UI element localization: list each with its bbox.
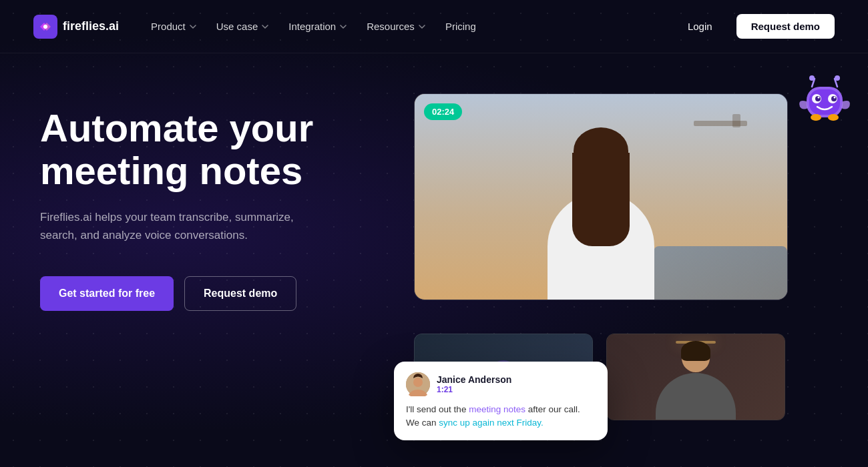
svg-point-1 bbox=[43, 25, 47, 29]
chat-header: Janice Anderson 1:21 bbox=[406, 372, 596, 396]
svg-point-12 bbox=[818, 97, 820, 99]
person-hair bbox=[574, 127, 628, 174]
nav-links: Product Use case Integration Resources bbox=[143, 15, 484, 37]
chat-link-sync[interactable]: sync up again next Friday. bbox=[439, 418, 544, 428]
robot-mascot-svg bbox=[795, 73, 855, 133]
chat-user-name: Janice Anderson bbox=[437, 374, 511, 385]
chevron-down-icon bbox=[260, 22, 270, 31]
robot-mascot bbox=[795, 73, 855, 133]
chat-message-body: I'll send out the meeting notes after ou… bbox=[406, 403, 596, 430]
nav-item-resources[interactable]: Resources bbox=[359, 15, 435, 37]
hero-buttons: Get started for free Request demo bbox=[40, 276, 361, 311]
chevron-down-icon bbox=[188, 22, 198, 31]
svg-point-13 bbox=[834, 97, 836, 99]
hero-left: Automate your meeting notes Fireflies.ai… bbox=[40, 93, 361, 311]
svg-point-5 bbox=[835, 75, 840, 81]
chevron-down-icon bbox=[417, 22, 427, 31]
hero-subtitle: Fireflies.ai helps your team transcribe,… bbox=[40, 208, 320, 244]
main-video-panel: 02:24 bbox=[414, 93, 788, 300]
navbar: fireflies.ai Product Use case Integratio… bbox=[0, 0, 868, 53]
get-started-button[interactable]: Get started for free bbox=[40, 276, 174, 311]
nav-item-integration[interactable]: Integration bbox=[280, 15, 356, 37]
login-button[interactable]: Login bbox=[674, 14, 726, 39]
chat-user-info: Janice Anderson 1:21 bbox=[437, 374, 511, 394]
person-silhouette bbox=[534, 113, 668, 300]
logo[interactable]: fireflies.ai bbox=[33, 15, 119, 39]
svg-point-15 bbox=[828, 114, 839, 121]
chat-message-time: 1:21 bbox=[437, 385, 511, 394]
bottom-right-video-panel bbox=[606, 334, 785, 420]
svg-point-14 bbox=[811, 114, 821, 121]
video-background: 02:24 bbox=[415, 94, 787, 300]
nav-item-use-case[interactable]: Use case bbox=[208, 15, 278, 37]
request-demo-button[interactable]: Request demo bbox=[736, 14, 835, 39]
chat-popup: Janice Anderson 1:21 I'll send out the m… bbox=[394, 362, 608, 441]
chat-text-before: I'll send out the bbox=[406, 404, 469, 414]
svg-point-17 bbox=[413, 378, 423, 387]
chat-avatar bbox=[406, 372, 430, 396]
video-timer-badge: 02:24 bbox=[424, 103, 462, 120]
logo-icon bbox=[33, 15, 57, 39]
chat-link-meeting-notes[interactable]: meeting notes bbox=[469, 404, 525, 414]
hero-right: 02:24 Janice Anderson 1:21 bbox=[414, 93, 835, 427]
nav-item-pricing[interactable]: Pricing bbox=[437, 15, 484, 37]
hero-section: Automate your meeting notes Fireflies.ai… bbox=[0, 53, 868, 427]
svg-point-3 bbox=[809, 75, 815, 81]
brand-name: fireflies.ai bbox=[63, 19, 119, 33]
chevron-down-icon bbox=[339, 22, 348, 31]
bottom-right-video-bg bbox=[607, 334, 785, 420]
nav-left: fireflies.ai Product Use case Integratio… bbox=[33, 15, 484, 39]
nav-item-product[interactable]: Product bbox=[143, 15, 206, 37]
nav-right: Login Request demo bbox=[674, 14, 835, 39]
hero-title: Automate your meeting notes bbox=[40, 107, 361, 192]
hero-request-demo-button[interactable]: Request demo bbox=[184, 276, 296, 311]
